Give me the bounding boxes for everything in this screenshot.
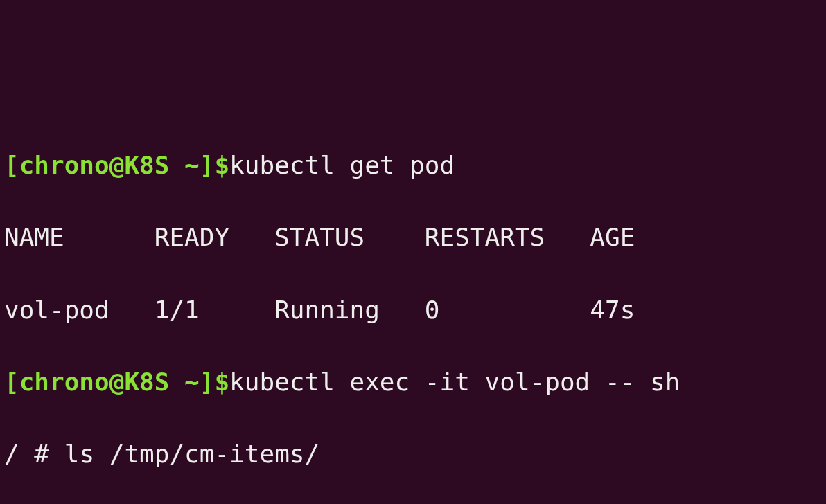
kubectl-table-row: vol-pod 1/1 Running 0 47s — [4, 292, 822, 328]
command-exec: kubectl exec -it vol-pod -- sh — [229, 368, 680, 396]
terminal-line-1[interactable]: [chrono@K8S ~]$kubectl get pod — [4, 147, 822, 183]
shell-prompt-host: [chrono@K8S ~]$ — [4, 368, 229, 396]
command-get-pod: kubectl get pod — [229, 151, 455, 179]
container-shell-line-1[interactable]: / # ls /tmp/cm-items/ — [4, 436, 822, 472]
container-shell-prompt: / # — [4, 440, 64, 468]
terminal-line-2[interactable]: [chrono@K8S ~]$kubectl exec -it vol-pod … — [4, 364, 822, 400]
shell-prompt-host: [chrono@K8S ~]$ — [4, 151, 229, 179]
kubectl-table-header: NAME READY STATUS RESTARTS AGE — [4, 219, 822, 255]
command-ls-cm: ls /tmp/cm-items/ — [64, 440, 319, 468]
